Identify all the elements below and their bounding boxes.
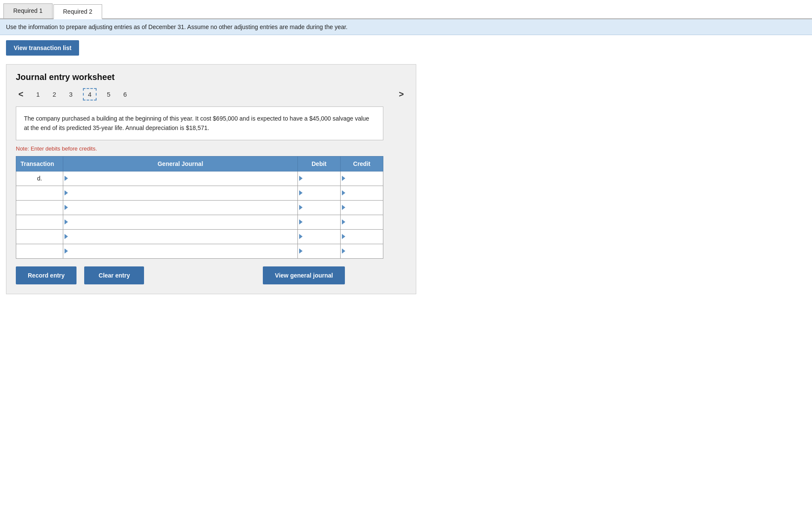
nav-item-1[interactable]: 1 [34, 90, 42, 99]
col-header-credit: Credit [341, 156, 383, 171]
cell-indicator-icon [299, 234, 303, 239]
credit-input-5[interactable] [341, 244, 383, 258]
worksheet-title: Journal entry worksheet [16, 72, 406, 82]
clear-entry-button[interactable]: Clear entry [84, 266, 144, 284]
cell-indicator-icon [65, 248, 68, 254]
cell-indicator-icon [299, 205, 303, 210]
journal-input-5[interactable] [63, 244, 297, 258]
cell-indicator-icon [65, 234, 68, 239]
transaction-cell-3 [16, 215, 63, 229]
record-entry-button[interactable]: Record entry [16, 266, 76, 284]
credit-cell-0[interactable] [341, 171, 383, 186]
col-header-debit: Debit [298, 156, 341, 171]
cell-indicator-icon [299, 190, 303, 195]
table-row [16, 229, 383, 244]
debit-input-5[interactable] [298, 244, 340, 258]
debit-cell-4[interactable] [298, 229, 341, 244]
debit-input-4[interactable] [298, 230, 340, 244]
nav-item-6[interactable]: 6 [121, 90, 129, 99]
debit-cell-1[interactable] [298, 186, 341, 200]
journal-input-3[interactable] [63, 215, 297, 229]
debit-input-3[interactable] [298, 215, 340, 229]
cell-indicator-icon [342, 190, 345, 195]
cell-indicator-icon [299, 219, 303, 225]
journal-table: Transaction General Journal Debit Credit… [16, 156, 383, 259]
credit-input-4[interactable] [341, 230, 383, 244]
transaction-cell-4 [16, 229, 63, 244]
transaction-cell-1 [16, 186, 63, 200]
tab-required2[interactable]: Required 2 [53, 4, 103, 19]
journal-cell-4[interactable] [63, 229, 298, 244]
debit-cell-5[interactable] [298, 244, 341, 258]
cell-indicator-icon [65, 176, 68, 181]
nav-item-2[interactable]: 2 [50, 90, 59, 99]
debit-cell-2[interactable] [298, 200, 341, 215]
credit-cell-2[interactable] [341, 200, 383, 215]
info-bar: Use the information to prepare adjusting… [0, 19, 812, 35]
credit-input-1[interactable] [341, 186, 383, 200]
transaction-cell-2 [16, 200, 63, 215]
journal-cell-1[interactable] [63, 186, 298, 200]
credit-cell-4[interactable] [341, 229, 383, 244]
nav-row: < 1 2 3 4 5 6 > [16, 88, 406, 100]
view-transaction-list-button[interactable]: View transaction list [6, 40, 79, 56]
cell-indicator-icon [65, 190, 68, 195]
cell-indicator-icon [65, 205, 68, 210]
nav-item-5[interactable]: 5 [104, 90, 113, 99]
journal-input-4[interactable] [63, 230, 297, 244]
description-text: The company purchased a building at the … [24, 115, 369, 131]
cell-indicator-icon [299, 248, 303, 254]
nav-next-button[interactable]: > [396, 89, 406, 100]
table-row [16, 186, 383, 200]
worksheet-container: Journal entry worksheet < 1 2 3 4 5 6 > … [6, 64, 416, 294]
debit-cell-3[interactable] [298, 215, 341, 229]
debit-input-2[interactable] [298, 201, 340, 215]
tab-required1[interactable]: Required 1 [3, 3, 53, 18]
transaction-cell-0: d. [16, 171, 63, 186]
cell-indicator-icon [342, 205, 345, 210]
view-general-journal-button[interactable]: View general journal [263, 266, 345, 284]
cell-indicator-icon [342, 176, 345, 181]
journal-input-0[interactable] [63, 171, 297, 186]
credit-cell-5[interactable] [341, 244, 383, 258]
nav-item-4[interactable]: 4 [83, 88, 97, 100]
journal-cell-5[interactable] [63, 244, 298, 258]
cell-indicator-icon [342, 219, 345, 225]
table-row: d. [16, 171, 383, 186]
journal-input-1[interactable] [63, 186, 297, 200]
debit-cell-0[interactable] [298, 171, 341, 186]
debit-input-0[interactable] [298, 171, 340, 186]
info-bar-text: Use the information to prepare adjusting… [6, 24, 347, 30]
credit-cell-3[interactable] [341, 215, 383, 229]
journal-cell-0[interactable] [63, 171, 298, 186]
cell-indicator-icon [65, 219, 68, 225]
credit-input-2[interactable] [341, 201, 383, 215]
note-text: Note: Enter debits before credits. [16, 145, 406, 152]
table-row [16, 215, 383, 229]
cell-indicator-icon [299, 176, 303, 181]
nav-item-3[interactable]: 3 [66, 90, 75, 99]
credit-cell-1[interactable] [341, 186, 383, 200]
buttons-row: Record entry Clear entry View general jo… [16, 266, 406, 284]
debit-input-1[interactable] [298, 186, 340, 200]
nav-prev-button[interactable]: < [16, 89, 26, 100]
col-header-transaction: Transaction [16, 156, 63, 171]
journal-cell-2[interactable] [63, 200, 298, 215]
transaction-cell-5 [16, 244, 63, 258]
description-box: The company purchased a building at the … [16, 106, 383, 140]
journal-input-2[interactable] [63, 201, 297, 215]
cell-indicator-icon [342, 248, 345, 254]
table-row [16, 244, 383, 258]
journal-cell-3[interactable] [63, 215, 298, 229]
cell-indicator-icon [342, 234, 345, 239]
table-row [16, 200, 383, 215]
credit-input-3[interactable] [341, 215, 383, 229]
tabs-bar: Required 1 Required 2 [0, 0, 812, 19]
credit-input-0[interactable] [341, 171, 383, 186]
col-header-general-journal: General Journal [63, 156, 298, 171]
